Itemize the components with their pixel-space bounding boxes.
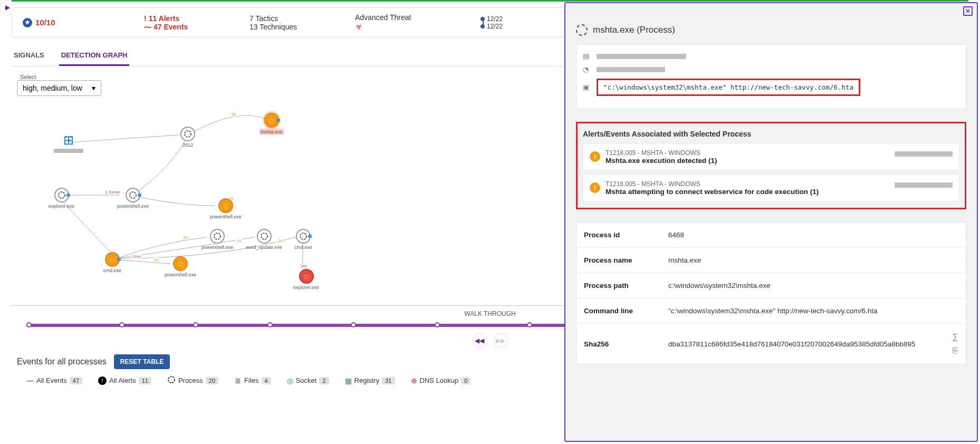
severity-select[interactable]: high, medium, low ▾: [17, 80, 101, 96]
process-detail-panel: ✕ mshta.exe (Process) ▤ ◔ ▣"c:\windows\s…: [564, 2, 978, 442]
chevron-down-icon: ▾: [92, 84, 95, 92]
filter-registry[interactable]: ▦Registry31: [345, 377, 395, 385]
alert-icon: !: [144, 14, 147, 23]
events-count[interactable]: ⁓47 Events: [144, 23, 228, 31]
export-icon[interactable]: ⎘: [953, 346, 958, 355]
detail-row-command-line: Command line "c:\windows\system32\mshta.…: [577, 298, 966, 324]
windows-icon: ⊞: [54, 133, 83, 148]
process-icon: [576, 24, 588, 36]
tab-signals[interactable]: SIGNALS: [12, 46, 46, 66]
svg-point-1: [59, 192, 65, 198]
filter-dns[interactable]: ⊕DNS Lookup0: [411, 377, 471, 385]
risk-score: ★ 10/10: [23, 18, 123, 27]
svg-point-6: [168, 377, 175, 383]
host-icon: ▤: [583, 52, 591, 60]
alert-icon: !: [98, 377, 107, 385]
socket-icon: ◎: [287, 377, 293, 385]
pulse-icon: ⁓: [26, 377, 34, 385]
threat-label: Advanced Threat: [355, 13, 460, 22]
graph-node-host[interactable]: ⊞: [54, 133, 83, 153]
sum-icon[interactable]: ∑: [953, 332, 958, 342]
graph-node-word-update[interactable]: word_update.exe: [246, 229, 282, 250]
svg-point-2: [130, 192, 136, 198]
date-end: 12/22: [487, 23, 503, 30]
panel-title: mshta.exe (Process): [576, 24, 966, 36]
detail-row-process-path: Process path c:\windows\system32\mshta.e…: [577, 273, 966, 298]
graph-node-explorer2[interactable]: ◌ explorer.exe: [293, 269, 319, 290]
clock-icon: ◔: [583, 65, 591, 73]
filter-all-events[interactable]: ⁓All Events47: [26, 377, 82, 385]
graph-node-2812[interactable]: 2812: [180, 127, 195, 148]
alert-technique-tag: T1218.005 - MSHTA - WINDOWS: [606, 180, 889, 188]
redacted-time: [597, 67, 665, 72]
dns-icon: ⊕: [411, 377, 417, 385]
graph-node-powershell1[interactable]: powershell.exe: [117, 188, 149, 209]
filter-all-alerts[interactable]: !All Alerts11: [98, 377, 151, 385]
forward-button[interactable]: ▶▶: [493, 333, 508, 348]
graph-node-powershell4[interactable]: powershell.exe: [201, 229, 233, 250]
detail-row-process-name: Process name mshta.exe: [577, 248, 966, 273]
process-icon: [167, 375, 176, 385]
rewind-button[interactable]: ◀◀: [472, 333, 487, 348]
redacted-timestamp: [895, 182, 953, 188]
svg-point-4: [261, 233, 267, 239]
svg-point-5: [300, 233, 306, 239]
alerts-heading: Alerts/Events Associated with Selected P…: [583, 130, 959, 138]
graph-node-cmd[interactable]: ◌ cmd.exe: [103, 252, 121, 273]
graph-node-mshta[interactable]: ◌ mshta.exe: [260, 113, 284, 135]
redacted-host: [597, 54, 686, 59]
detail-row-pid: Process id 6468: [577, 223, 966, 248]
events-section-title: Events for all processes: [17, 357, 107, 366]
graph-node-cmd2[interactable]: cmd.exe: [294, 229, 312, 250]
star-icon: ★: [23, 18, 32, 27]
alert-item[interactable]: ! T1218.005 - MSHTA - WINDOWS Mshta.exe …: [583, 143, 959, 170]
alert-technique-tag: T1218.005 - MSHTA - WINDOWS: [606, 149, 889, 157]
alerts-count[interactable]: !11 Alerts: [144, 14, 228, 23]
filter-process[interactable]: Process20: [167, 375, 218, 385]
graph-node-powershell3[interactable]: ◌ powershell.exe: [165, 256, 196, 277]
file-icon: 🗎: [234, 377, 242, 385]
close-panel-button[interactable]: ✕: [963, 6, 973, 16]
process-details-table: Process id 6468 Process name mshta.exe P…: [576, 222, 966, 364]
pulse-icon: ⁓: [144, 23, 151, 31]
filter-files[interactable]: 🗎Files4: [234, 377, 271, 385]
filter-socket[interactable]: ◎Socket2: [287, 377, 329, 385]
graph-node-explorer[interactable]: explorer.exe: [49, 188, 74, 209]
reset-table-button[interactable]: RESET TABLE: [114, 354, 170, 369]
command-line-highlight: "c:\windows\system32\mshta.exe" http://n…: [597, 79, 860, 96]
biohazard-icon: ☣: [355, 22, 460, 32]
warning-icon: !: [590, 182, 600, 193]
svg-point-0: [185, 131, 191, 137]
registry-icon: ▦: [345, 377, 352, 385]
detail-row-sha256: Sha256 dba3137811c686fd35e418d76184070e0…: [577, 324, 966, 364]
date-start: 12/22: [487, 15, 503, 23]
alert-item[interactable]: ! T1218.005 - MSHTA - WINDOWS Mshta atte…: [583, 175, 959, 201]
alert-name: Mshta.exe execution detected (1): [606, 157, 889, 165]
play-button[interactable]: ▶: [0, 0, 15, 15]
terminal-icon: ▣: [583, 83, 591, 91]
graph-node-powershell2[interactable]: ◌ powershell.exe: [210, 198, 242, 219]
tactics-count: 7 Tactics: [249, 14, 334, 23]
alert-name: Mshta attempting to connect webservice f…: [606, 188, 889, 196]
tab-detection-graph[interactable]: DETECTION GRAPH: [59, 46, 130, 66]
redacted-timestamp: [895, 151, 953, 157]
techniques-count: 13 Techniques: [249, 23, 334, 31]
associated-alerts-section: Alerts/Events Associated with Selected P…: [576, 122, 966, 209]
warning-icon: !: [590, 151, 600, 162]
svg-point-3: [214, 233, 220, 239]
